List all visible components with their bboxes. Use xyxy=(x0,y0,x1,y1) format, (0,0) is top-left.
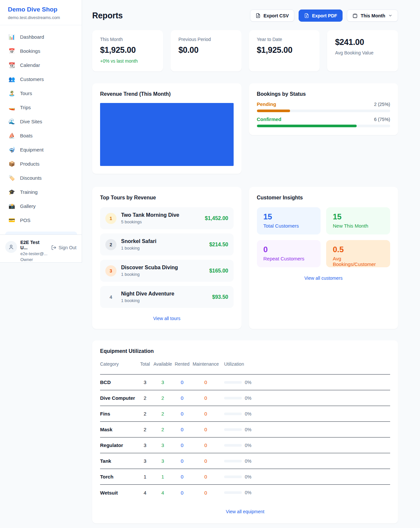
progress-track xyxy=(257,125,390,127)
equipment-row: Mask 2 2 0 0 0% xyxy=(100,422,390,437)
user-info: E2E Test U... e2e-tester@... Owner xyxy=(20,239,48,258)
sidebar-nav-item[interactable]: 🌊 Dive Sites xyxy=(4,114,78,129)
user-footer: E2E Test U... e2e-tester@... Owner Sign … xyxy=(0,234,82,262)
active-nav-item-partial[interactable] xyxy=(5,232,77,234)
equipment-table: Category Total Available Rented Maintena… xyxy=(100,361,390,500)
view-all-equipment-link[interactable]: View all equipment xyxy=(100,509,390,514)
utilization-bar xyxy=(224,397,242,399)
utilization-bar xyxy=(224,460,242,462)
equipment-total: 4 xyxy=(137,490,153,496)
insight-tile: 0 Repeat Customers xyxy=(257,240,321,267)
equipment-row: Regulator 3 3 0 0 0% xyxy=(100,437,390,453)
user-email: e2e-tester@... xyxy=(20,251,48,256)
tour-list: 1 Two Tank Morning Dive 5 bookings $1,45… xyxy=(100,207,234,308)
progress-track xyxy=(257,110,390,112)
equipment-rented: 0 xyxy=(172,490,192,496)
period-dropdown[interactable]: This Month xyxy=(347,10,398,22)
export-csv-button[interactable]: Export CSV xyxy=(250,10,294,22)
tour-revenue: $165.00 xyxy=(209,268,228,274)
nav-item-label: Dive Sites xyxy=(20,119,42,124)
stat-value: $0.00 xyxy=(178,45,234,55)
equipment-utilization-cell: 0% xyxy=(220,458,390,464)
insight-tile: 15 New This Month xyxy=(326,207,390,234)
main-content: Reports Export CSV Export PDF This Month… xyxy=(92,0,398,523)
revenue-trend-panel: Revenue Trend (This Month) xyxy=(92,83,242,174)
equipment-category: Regulator xyxy=(100,442,137,448)
equipment-utilization-cell: 0% xyxy=(220,443,390,448)
stat-label: Previous Period xyxy=(178,37,234,42)
equipment-row: Dive Computer 2 2 0 0 0% xyxy=(100,390,390,406)
stat-value: $1,925.00 xyxy=(100,45,155,55)
nav-item-label: Boats xyxy=(20,133,32,138)
stat-card-this-month: This Month $1,925.00 +0% vs last month xyxy=(92,30,163,71)
tour-row: 3 Discover Scuba Diving 1 booking $165.0… xyxy=(100,260,234,282)
nav-item-label: POS xyxy=(20,217,31,223)
utilization-bar xyxy=(224,381,242,384)
sidebar-nav-item[interactable]: 👥 Customers xyxy=(4,72,78,86)
equipment-category: Dive Computer xyxy=(100,395,137,401)
calendar-icon xyxy=(352,13,358,18)
equipment-total: 3 xyxy=(137,442,153,448)
sidebar-nav-item[interactable]: 🏷️ Discounts xyxy=(4,171,78,185)
column-header: Total xyxy=(137,361,153,367)
user-role: Owner xyxy=(20,257,48,262)
export-pdf-label: Export PDF xyxy=(312,13,337,18)
view-all-customers-link[interactable]: View all customers xyxy=(257,275,390,281)
sidebar-nav-item[interactable]: 🎓 Training xyxy=(4,185,78,199)
utilization-percent: 0% xyxy=(245,458,251,464)
stat-label: Year to Date xyxy=(257,37,312,42)
stat-value: $1,925.00 xyxy=(257,45,312,55)
equipment-category: BCD xyxy=(100,379,137,385)
tour-bookings: 1 booking xyxy=(121,246,157,251)
sidebar-nav-item[interactable]: ⛵ Boats xyxy=(4,129,78,143)
nav-item-label: Dashboard xyxy=(20,34,44,40)
equipment-rows: BCD 3 3 0 0 0% Dive Computer 2 2 0 0 0% … xyxy=(100,375,390,500)
equipment-available: 3 xyxy=(153,442,172,448)
equipment-utilization-cell: 0% xyxy=(220,411,390,416)
nav-item-icon: 🏝️ xyxy=(9,91,15,96)
insight-value: 15 xyxy=(333,212,384,221)
tour-name: Night Dive Adventure xyxy=(121,291,174,297)
equipment-category: Wetsuit xyxy=(100,490,137,496)
tours-insights-row: Top Tours by Revenue 1 Two Tank Morning … xyxy=(92,187,398,329)
status-label: Confirmed xyxy=(257,116,282,122)
insight-label: New This Month xyxy=(333,223,384,229)
utilization-bar xyxy=(224,428,242,431)
sidebar-nav-item[interactable]: 📦 Products xyxy=(4,157,78,171)
sidebar-nav-item[interactable]: 📊 Dashboard xyxy=(4,30,78,44)
equipment-category: Tank xyxy=(100,458,137,464)
sidebar-nav-item[interactable]: 📸 Gallery xyxy=(4,199,78,213)
nav-item-label: Products xyxy=(20,161,39,167)
export-pdf-button[interactable]: Export PDF xyxy=(299,10,343,22)
nav-item-label: Discounts xyxy=(20,175,42,181)
equipment-rented: 0 xyxy=(172,395,192,401)
utilization-percent: 0% xyxy=(245,427,251,432)
sidebar-nav-item[interactable]: 🏝️ Tours xyxy=(4,86,78,100)
sidebar-nav-item[interactable]: 📆 Calendar xyxy=(4,58,78,72)
top-tours-title: Top Tours by Revenue xyxy=(100,195,234,201)
stat-card-avg-booking-value: $241.00 Avg Booking Value xyxy=(327,30,398,71)
stat-delta: +0% vs last month xyxy=(100,58,155,64)
equipment-available: 2 xyxy=(153,395,172,401)
nav-item-icon: 📊 xyxy=(9,34,15,40)
sidebar-nav-item[interactable]: 📅 Bookings xyxy=(4,44,78,58)
view-all-tours-link[interactable]: View all tours xyxy=(100,316,234,321)
sidebar-nav-item[interactable]: 💳 POS xyxy=(4,213,78,227)
sign-out-button[interactable]: Sign Out xyxy=(51,244,76,251)
tour-info: Two Tank Morning Dive 5 bookings xyxy=(121,212,179,224)
export-csv-label: Export CSV xyxy=(263,13,289,18)
tour-bookings: 1 booking xyxy=(121,298,174,303)
nav-item-icon: 👥 xyxy=(9,77,15,82)
sidebar-nav-item[interactable]: 🚤 Trips xyxy=(4,100,78,114)
rank-badge: 1 xyxy=(105,213,116,224)
utilization-percent: 0% xyxy=(245,443,251,448)
chevron-down-icon xyxy=(388,13,392,18)
equipment-row: Wetsuit 4 4 0 0 0% xyxy=(100,485,390,500)
equipment-row: BCD 3 3 0 0 0% xyxy=(100,375,390,390)
equipment-rented: 0 xyxy=(172,379,192,385)
period-label: This Month xyxy=(361,13,385,18)
insight-value: 15 xyxy=(263,212,314,221)
sidebar-nav-item[interactable]: 🤿 Equipment xyxy=(4,143,78,157)
equipment-rented: 0 xyxy=(172,427,192,432)
equipment-available: 4 xyxy=(153,490,172,496)
